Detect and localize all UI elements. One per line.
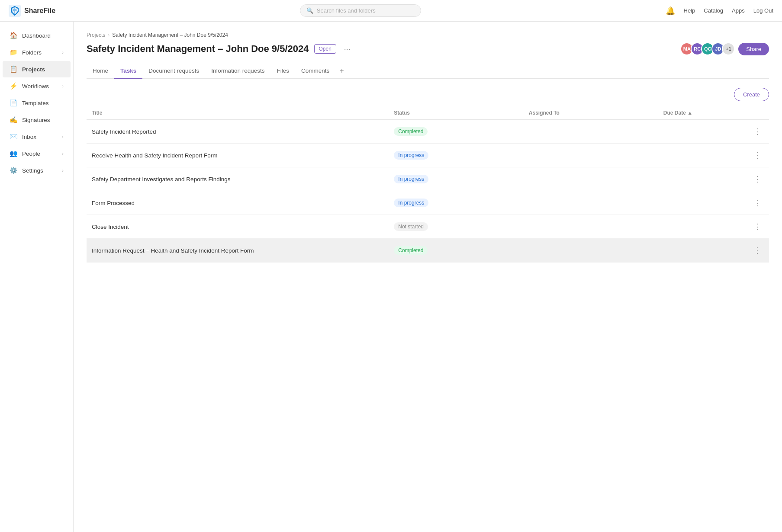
inbox-icon: ✉️ (10, 133, 18, 141)
top-navigation: ShareFile 🔍 Search files and folders 🔔 H… (0, 0, 782, 22)
task-status: Completed (389, 120, 523, 144)
main-content: Projects › Safety Incident Management – … (74, 22, 782, 532)
tasks-table-container: Title Status Assigned To Due Date ▲ Safe… (87, 106, 769, 263)
sidebar-item-people[interactable]: 👥 People › (3, 145, 71, 162)
task-assigned (524, 167, 658, 191)
search-icon: 🔍 (306, 7, 313, 14)
tasks-table-body: Safety Incident ReportedCompleted⋮Receiv… (87, 120, 769, 263)
create-button[interactable]: Create (734, 88, 769, 101)
sidebar-item-inbox[interactable]: ✉️ Inbox › (3, 128, 71, 145)
task-status: In progress (389, 167, 523, 191)
task-menu-button[interactable]: ⋮ (751, 173, 764, 185)
task-menu-button[interactable]: ⋮ (751, 197, 764, 208)
avatar-more: +1 (722, 42, 735, 55)
sidebar-item-workflows[interactable]: ⚡ Workflows › (3, 78, 71, 94)
folders-icon: 📁 (10, 48, 18, 56)
settings-chevron-icon: › (62, 168, 64, 173)
task-duedate (658, 144, 746, 167)
breadcrumb-separator: › (108, 32, 109, 38)
task-status: Completed (389, 239, 523, 263)
task-duedate (658, 167, 746, 191)
task-title[interactable]: Information Request – Health and Safety … (87, 239, 389, 263)
table-header: Title Status Assigned To Due Date ▲ (87, 106, 769, 120)
tab-document-requests[interactable]: Document requests (142, 63, 205, 79)
breadcrumb-current: Safety Incident Management – John Doe 9/… (112, 32, 228, 38)
signatures-icon: ✍️ (10, 116, 18, 124)
breadcrumb-projects-link[interactable]: Projects (87, 32, 105, 38)
task-title[interactable]: Form Processed (87, 191, 389, 215)
more-options-button[interactable]: ··· (341, 44, 353, 54)
table-row: Form ProcessedIn progress⋮ (87, 191, 769, 215)
table-row: Close IncidentNot started⋮ (87, 215, 769, 239)
sidebar-item-templates[interactable]: 📄 Templates (3, 95, 71, 111)
tabs-bar: Home Tasks Document requests Information… (87, 63, 769, 79)
catalog-link[interactable]: Catalog (704, 7, 723, 14)
table-row: Receive Health and Safety Incident Repor… (87, 144, 769, 167)
tab-tasks[interactable]: Tasks (114, 63, 142, 79)
col-header-title: Title (87, 106, 389, 120)
sidebar-item-settings[interactable]: ⚙️ Settings › (3, 162, 71, 179)
task-actions: ⋮ (746, 120, 769, 144)
people-chevron-icon: › (62, 151, 64, 156)
notification-bell-icon[interactable]: 🔔 (666, 6, 675, 16)
breadcrumb: Projects › Safety Incident Management – … (87, 32, 769, 38)
task-actions: ⋮ (746, 144, 769, 167)
task-actions: ⋮ (746, 239, 769, 263)
projects-icon: 📋 (10, 65, 18, 73)
tab-home[interactable]: Home (87, 63, 114, 79)
task-assigned (524, 144, 658, 167)
sidebar: 🏠 Dashboard 📁 Folders › 📋 Projects ⚡ Wor… (0, 22, 74, 532)
task-title[interactable]: Safety Department Investigates and Repor… (87, 167, 389, 191)
tab-comments[interactable]: Comments (295, 63, 335, 79)
help-link[interactable]: Help (684, 7, 695, 14)
task-title[interactable]: Close Incident (87, 215, 389, 239)
col-header-actions (746, 106, 769, 120)
top-nav-right: 🔔 Help Catalog Apps Log Out (666, 6, 773, 16)
table-row: Information Request – Health and Safety … (87, 239, 769, 263)
tasks-toolbar: Create (87, 88, 769, 101)
apps-link[interactable]: Apps (732, 7, 745, 14)
add-tab-button[interactable]: + (335, 64, 348, 78)
logout-link[interactable]: Log Out (753, 7, 773, 14)
task-menu-button[interactable]: ⋮ (751, 245, 764, 256)
logo[interactable]: ShareFile (9, 5, 55, 17)
collaborators-area: MA RC QC JD +1 Share (680, 42, 769, 55)
people-icon: 👥 (10, 150, 18, 157)
tasks-table: Title Status Assigned To Due Date ▲ Safe… (87, 106, 769, 263)
table-row: Safety Department Investigates and Repor… (87, 167, 769, 191)
dashboard-icon: 🏠 (10, 32, 18, 39)
task-assigned (524, 239, 658, 263)
col-header-status: Status (389, 106, 523, 120)
task-duedate (658, 239, 746, 263)
task-menu-button[interactable]: ⋮ (751, 126, 764, 137)
workflows-icon: ⚡ (10, 82, 18, 90)
workflows-chevron-icon: › (62, 83, 64, 89)
sidebar-item-projects[interactable]: 📋 Projects (3, 61, 71, 77)
task-actions: ⋮ (746, 167, 769, 191)
task-status: Not started (389, 215, 523, 239)
page-title: Safety Incident Management – John Doe 9/… (87, 43, 309, 54)
sharefile-logo-icon (9, 5, 21, 17)
folders-chevron-icon: › (62, 50, 64, 55)
search-bar[interactable]: 🔍 Search files and folders (300, 4, 421, 17)
task-actions: ⋮ (746, 191, 769, 215)
col-header-duedate[interactable]: Due Date ▲ (658, 106, 746, 120)
task-status: In progress (389, 191, 523, 215)
tab-files[interactable]: Files (270, 63, 295, 79)
sidebar-item-dashboard[interactable]: 🏠 Dashboard (3, 27, 71, 44)
task-title[interactable]: Safety Incident Reported (87, 120, 389, 144)
share-button[interactable]: Share (738, 43, 769, 55)
sidebar-item-folders[interactable]: 📁 Folders › (3, 44, 71, 61)
task-duedate (658, 191, 746, 215)
task-assigned (524, 215, 658, 239)
task-actions: ⋮ (746, 215, 769, 239)
settings-icon: ⚙️ (10, 167, 18, 174)
tab-information-requests[interactable]: Information requests (205, 63, 270, 79)
task-duedate (658, 120, 746, 144)
sidebar-item-signatures[interactable]: ✍️ Signatures (3, 112, 71, 128)
task-menu-button[interactable]: ⋮ (751, 150, 764, 161)
task-duedate (658, 215, 746, 239)
task-title[interactable]: Receive Health and Safety Incident Repor… (87, 144, 389, 167)
task-menu-button[interactable]: ⋮ (751, 221, 764, 232)
page-header: Safety Incident Management – John Doe 9/… (87, 42, 769, 55)
